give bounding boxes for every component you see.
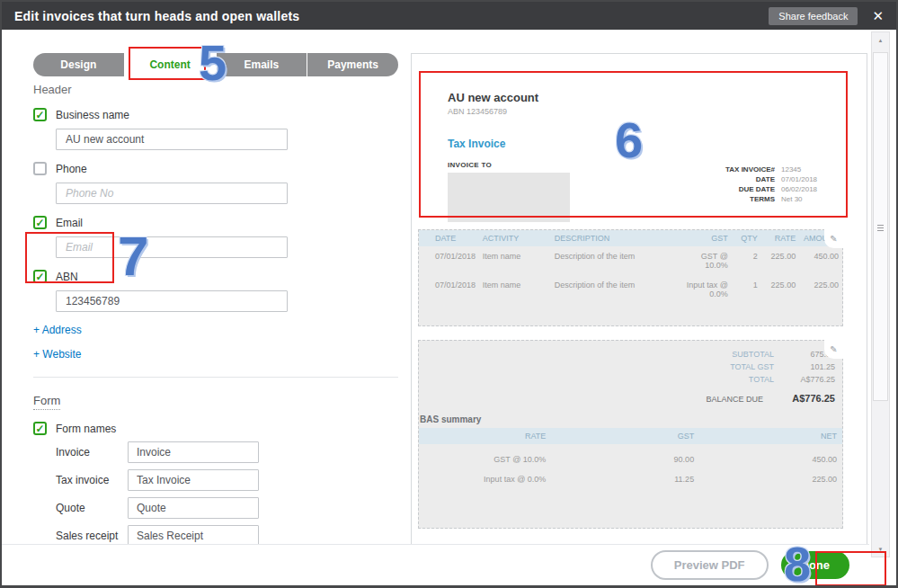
balance-due-value: A$776.25: [763, 393, 835, 404]
meta-label: TERMS: [707, 195, 775, 203]
meta-value: 07/01/2018: [781, 175, 833, 183]
meta-value: 12345: [781, 165, 833, 174]
add-website-link[interactable]: + Website: [33, 348, 398, 361]
email-label: Email: [56, 217, 83, 229]
quote-name-label: Quote: [56, 502, 128, 514]
phone-label: Phone: [56, 163, 87, 175]
invoice-name-input[interactable]: [128, 441, 259, 463]
cell-date: 07/01/2018: [419, 252, 483, 270]
bas-header-row: RATE GST NET: [419, 428, 842, 444]
bas-summary-title: BAS summary: [420, 414, 842, 424]
preview-doc-title: Tax Invoice: [448, 138, 858, 150]
preview-abn: ABN 123456789: [448, 107, 858, 116]
tab-content[interactable]: Content: [124, 53, 216, 76]
cell-amount: 225.00: [796, 281, 842, 298]
business-name-label: Business name: [56, 109, 129, 121]
preview-pdf-button[interactable]: Preview PDF: [651, 550, 769, 580]
email-row: ✓ Email: [33, 216, 398, 229]
cell-rate: 225.00: [758, 281, 796, 298]
cell-gst: 11.25: [546, 475, 694, 484]
tab-emails[interactable]: Emails: [216, 53, 307, 76]
header-section-title: Header: [33, 83, 398, 96]
col-header: RATE: [758, 234, 796, 243]
tax-invoice-name-input[interactable]: [128, 469, 259, 491]
abn-input[interactable]: [56, 290, 288, 312]
table-row: 07/01/2018 Item name Description of the …: [419, 246, 842, 275]
summary-label: SUBTOTAL: [732, 350, 774, 359]
vertical-scrollbar[interactable]: ▲ ▼: [871, 31, 890, 557]
titlebar: Edit invoices that turn heads and open w…: [2, 2, 896, 30]
phone-checkbox[interactable]: [33, 162, 47, 175]
cell-net: 225.00: [694, 475, 842, 484]
cell-rate: Input tax @ 0.0%: [419, 475, 546, 484]
tax-invoice-name-row: Tax invoice: [56, 469, 398, 491]
share-feedback-button[interactable]: Share feedback: [769, 7, 858, 25]
abn-checkbox[interactable]: ✓: [33, 270, 47, 283]
check-icon: ✓: [35, 218, 44, 228]
balance-due-row: BALANCE DUE A$776.25: [419, 393, 842, 404]
meta-row: DUE DATE 06/02/2018: [707, 185, 833, 193]
scroll-up-icon[interactable]: ▲: [872, 33, 889, 47]
form-section-title: Form: [33, 394, 60, 410]
quote-name-row: Quote: [56, 497, 398, 519]
tab-design[interactable]: Design: [33, 53, 124, 76]
cell-rate: GST @ 10.0%: [419, 455, 546, 464]
scrollbar-thumb[interactable]: [873, 52, 888, 401]
cell-net: 450.00: [694, 455, 842, 464]
invoice-name-row: Invoice: [56, 441, 398, 463]
invoice-summary-section[interactable]: ✎ SUBTOTAL 675.00 TOTAL GST 101.25 TOTAL…: [418, 340, 843, 529]
scroll-down-icon[interactable]: ▼: [872, 542, 889, 556]
bas-row: Input tax @ 0.0% 11.25 225.00: [419, 475, 842, 484]
done-button[interactable]: Done: [781, 551, 850, 579]
check-icon: ✓: [35, 423, 44, 434]
invoice-preview-panel: AU new account ABN 123456789 Tax Invoice…: [411, 53, 867, 547]
email-checkbox[interactable]: ✓: [33, 216, 47, 229]
cell-amount: 450.00: [796, 252, 842, 270]
tab-payments[interactable]: Payments: [307, 53, 398, 76]
line-items-header-row: DATE ACTIVITY DESCRIPTION GST QTY RATE A…: [419, 230, 842, 246]
add-address-link[interactable]: + Address: [33, 324, 398, 336]
content-settings-panel: Header ✓ Business name Phone ✓ Email ✓ A…: [33, 83, 398, 588]
invoice-line-items-section[interactable]: ✎ DATE ACTIVITY DESCRIPTION GST QTY RATE…: [418, 229, 843, 326]
col-header: NET: [694, 432, 842, 441]
cell-gst: GST @ 10.0%: [677, 252, 728, 270]
form-names-row: ✓ Form names: [33, 422, 398, 435]
close-icon[interactable]: ✕: [872, 9, 884, 22]
cell-description: Description of the item: [555, 281, 678, 298]
quote-name-input[interactable]: [128, 497, 259, 519]
phone-input[interactable]: [56, 183, 288, 204]
summary-row: SUBTOTAL 675.00: [419, 350, 842, 359]
check-icon: ✓: [35, 110, 44, 120]
edit-pencil-icon[interactable]: ✎: [824, 229, 843, 248]
cell-qty: 2: [728, 252, 758, 270]
edit-pencil-icon[interactable]: ✎: [824, 340, 843, 359]
scrollbar-grip: [877, 223, 884, 231]
cell-qty: 1: [728, 281, 758, 298]
summary-row: TOTAL A$776.25: [419, 375, 842, 384]
phone-row: Phone: [33, 162, 398, 175]
abn-row: ✓ ABN: [33, 270, 398, 283]
col-header: RATE: [419, 432, 546, 441]
cell-gst: Input tax @ 0.0%: [677, 281, 728, 298]
preview-business-name: AU new account: [448, 91, 858, 104]
dialog-title: Edit invoices that turn heads and open w…: [14, 9, 299, 23]
invoice-meta-block: TAX INVOICE# 12345 DATE 07/01/2018 DUE D…: [707, 165, 833, 205]
col-header: DESCRIPTION: [555, 234, 678, 243]
meta-value: Net 30: [781, 195, 833, 203]
business-name-input[interactable]: [56, 129, 288, 150]
invoice-preview-header[interactable]: AU new account ABN 123456789 Tax Invoice…: [420, 73, 858, 217]
summary-row: TOTAL GST 101.25: [419, 362, 842, 371]
meta-row: TAX INVOICE# 12345: [707, 165, 833, 174]
form-names-checkbox[interactable]: ✓: [33, 422, 47, 435]
email-input[interactable]: [56, 236, 288, 258]
tax-invoice-name-label: Tax invoice: [56, 474, 128, 486]
invoice-to-placeholder: [448, 173, 570, 222]
tab-bar: Design Content Emails Payments: [33, 53, 398, 76]
meta-value: 06/02/2018: [781, 185, 833, 193]
sales-receipt-name-label: Sales receipt: [56, 530, 128, 542]
meta-row: TERMS Net 30: [707, 195, 833, 203]
business-name-checkbox[interactable]: ✓: [33, 108, 47, 121]
section-divider: [33, 377, 398, 378]
abn-label: ABN: [56, 271, 78, 283]
form-names-label: Form names: [56, 423, 116, 435]
